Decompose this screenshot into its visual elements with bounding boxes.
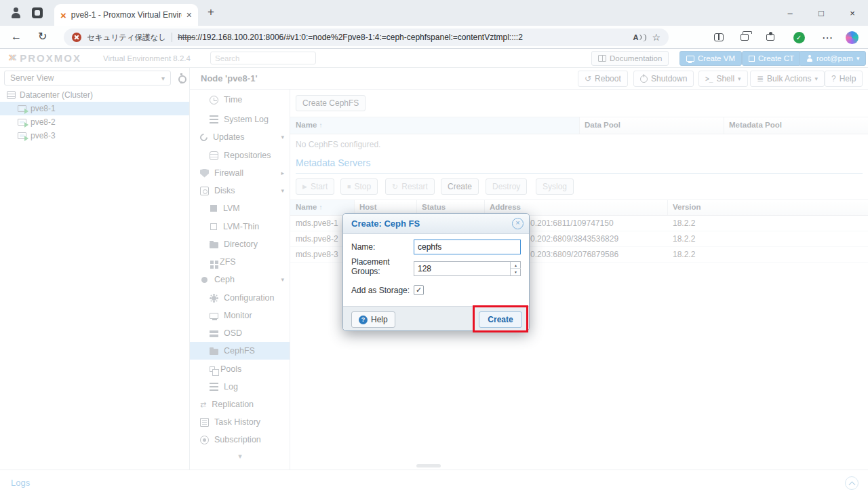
read-aloud-icon[interactable]: A: [633, 33, 646, 41]
spin-down-icon[interactable]: ▼: [511, 269, 521, 275]
name-label: Name:: [351, 242, 375, 252]
url-divider: [172, 33, 172, 42]
spinner: ▲ ▼: [510, 262, 520, 275]
adblock-extension-icon[interactable]: ✓: [792, 31, 806, 44]
new-tab-button[interactable]: +: [208, 6, 214, 18]
browser-titlebar: × pve8-1 - Proxmox Virtual Environ × + –…: [0, 0, 868, 26]
screen: × pve8-1 - Proxmox Virtual Environ × + –…: [0, 0, 868, 496]
placement-groups-label: Placement Groups:: [351, 257, 403, 276]
tab-title: pve8-1 - Proxmox Virtual Environ: [71, 10, 182, 20]
collections-icon[interactable]: [738, 31, 751, 44]
extensions-icon[interactable]: [764, 31, 777, 44]
dialog-help-button[interactable]: ?Help: [351, 311, 395, 328]
window-controls: – □ ×: [774, 0, 868, 26]
name-field[interactable]: [414, 240, 521, 254]
window-maximize-button[interactable]: □: [806, 0, 837, 26]
more-menu-icon[interactable]: ⋯: [821, 31, 834, 44]
favorite-star-icon[interactable]: ☆: [652, 33, 660, 42]
read-aloud-letter: A: [633, 33, 638, 41]
back-icon[interactable]: ←: [11, 31, 22, 42]
split-screen-icon[interactable]: [712, 31, 726, 44]
browser-tab[interactable]: × pve8-1 - Proxmox Virtual Environ ×: [54, 4, 198, 26]
address-bar[interactable]: セキュリティ保護なし https://192.168.100.201:8006/…: [64, 28, 669, 46]
annotation-highlight: [473, 305, 528, 332]
browser-toolbar: ← ↻ セキュリティ保護なし https://192.168.100.201:8…: [0, 26, 868, 49]
url-scheme: https: [178, 33, 195, 42]
question-icon: ?: [359, 316, 368, 324]
placement-groups-field[interactable]: 128 ▲ ▼: [414, 261, 521, 276]
proxmox-favicon-icon: ×: [60, 10, 66, 20]
add-as-storage-checkbox[interactable]: ✓: [414, 285, 424, 295]
security-label[interactable]: セキュリティ保護なし: [87, 33, 166, 43]
url-text[interactable]: https://192.168.100.201:8006/#v1:0:=node…: [178, 33, 627, 42]
browser-profile-icon[interactable]: [9, 6, 22, 19]
add-as-storage-label: Add as Storage:: [351, 286, 410, 295]
not-secure-icon[interactable]: [72, 33, 81, 42]
tab-close-icon[interactable]: ×: [186, 10, 192, 20]
spin-up-icon[interactable]: ▲: [511, 262, 521, 269]
placement-groups-value: 128: [418, 264, 431, 273]
window-minimize-button[interactable]: –: [774, 0, 806, 26]
refresh-icon[interactable]: ↻: [38, 31, 47, 42]
dialog-close-icon[interactable]: ×: [512, 218, 524, 229]
dialog-title: Create: Ceph FS: [351, 218, 420, 229]
copilot-icon[interactable]: [845, 31, 859, 44]
window-close-button[interactable]: ×: [837, 0, 868, 26]
url-rest: ://192.168.100.201:8006/#v1:0:=node%2Fpv…: [195, 33, 523, 42]
workspace-icon[interactable]: [32, 7, 43, 18]
